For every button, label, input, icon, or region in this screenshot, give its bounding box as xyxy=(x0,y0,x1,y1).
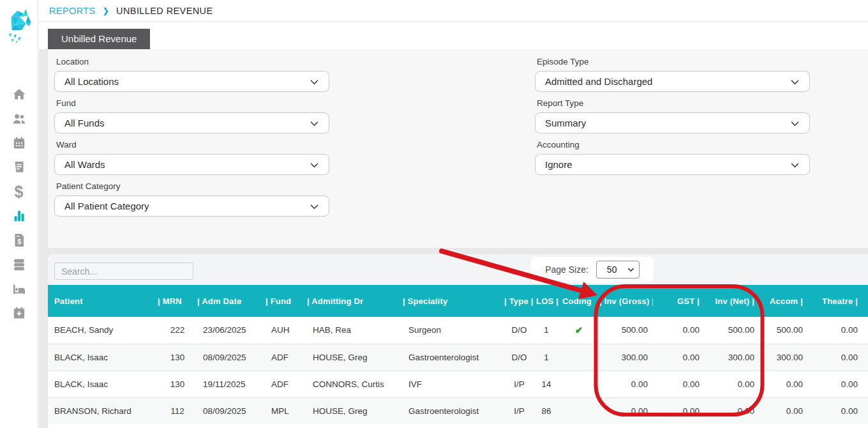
cell-gst: 0.00 xyxy=(653,317,705,344)
patient-category-select[interactable]: All Patient Category xyxy=(54,195,329,217)
database-icon[interactable] xyxy=(11,257,27,272)
cell-patient: BRANSON, Richard xyxy=(48,397,158,424)
col-mrn-header[interactable]: | MRN xyxy=(158,285,197,317)
ward-label: Ward xyxy=(56,140,329,149)
coding-check-icon: ✔ xyxy=(575,325,583,335)
patient-category-label: Patient Category xyxy=(56,181,329,191)
cell-mrn: 130 xyxy=(158,371,197,397)
cell-spacer xyxy=(863,317,868,344)
search-input[interactable] xyxy=(54,263,193,280)
cell-type: D/O xyxy=(504,344,534,371)
cell-fund: AUH xyxy=(266,317,307,344)
chevron-down-icon xyxy=(791,160,799,168)
page-size-select[interactable]: 50 xyxy=(596,261,640,279)
col-type-header[interactable]: | Type | xyxy=(504,285,534,317)
cell-los: 86 xyxy=(534,397,558,424)
receipt-icon[interactable] xyxy=(11,160,27,175)
col-coding-header[interactable]: Coding xyxy=(558,285,599,317)
col-fund-header[interactable]: | Fund xyxy=(266,285,307,317)
cell-coding xyxy=(558,397,599,424)
home-icon[interactable] xyxy=(11,87,27,102)
cell-los: 1 xyxy=(534,344,558,371)
breadcrumb-current-page: UNBILLED REVENUE xyxy=(116,6,213,16)
dollar-icon[interactable]: $ xyxy=(11,184,27,199)
table-row[interactable]: BEACH, Sandy22223/06/2025AUHHAB, ReaSurg… xyxy=(48,317,868,344)
cell-coding: ✔ xyxy=(558,317,599,344)
cell-mrn: 112 xyxy=(158,397,197,424)
invoice-dollar-icon[interactable]: $ xyxy=(11,233,27,248)
cell-type: I/P xyxy=(504,397,534,424)
cell-mrn: 130 xyxy=(158,344,197,371)
cell-inv-net: 300.00 xyxy=(705,344,760,371)
cell-adm-date: 08/09/2025 xyxy=(197,344,266,371)
content-area: Unbilled Revenue Location All Locations … xyxy=(39,22,868,428)
col-patient-header[interactable]: Patient xyxy=(48,285,158,317)
col-gst-header[interactable]: GST | xyxy=(653,285,705,317)
cell-speciality: IVF xyxy=(403,371,504,397)
users-icon[interactable] xyxy=(11,111,27,126)
table-body: BEACH, Sandy22223/06/2025AUHHAB, ReaSurg… xyxy=(48,317,868,424)
cell-adm-date: 08/09/2025 xyxy=(197,397,266,424)
cell-accom: 500.00 xyxy=(760,317,808,344)
accounting-select[interactable]: Ignore xyxy=(535,154,810,175)
table-row[interactable]: BRANSON, Richard11208/09/2025MPLHOUSE, G… xyxy=(48,397,868,424)
report-type-label: Report Type xyxy=(537,98,810,108)
breadcrumb-reports-link[interactable]: REPORTS xyxy=(49,6,96,16)
cell-spacer xyxy=(863,397,868,424)
tab-row: Unbilled Revenue xyxy=(39,22,868,49)
cell-coding xyxy=(558,344,599,371)
chevron-down-icon xyxy=(310,77,318,85)
app-logo-dog-icon[interactable] xyxy=(6,9,33,43)
report-type-select[interactable]: Summary xyxy=(535,112,810,134)
cell-fund: ADF xyxy=(266,371,307,397)
fund-select[interactable]: All Funds xyxy=(54,112,329,134)
page-size-control: Page Size: 50 xyxy=(531,257,654,282)
fund-value: All Funds xyxy=(64,118,105,128)
cell-admitting-dr: HOUSE, Greg xyxy=(307,397,403,424)
location-label: Location xyxy=(56,57,329,66)
cell-gst: 0.00 xyxy=(653,344,705,371)
col-spacer-header[interactable] xyxy=(863,285,868,317)
episode-type-select[interactable]: Admitted and Discharged xyxy=(535,71,810,92)
tab-unbilled-revenue[interactable]: Unbilled Revenue xyxy=(48,29,150,49)
cell-los: 14 xyxy=(534,371,558,397)
location-select[interactable]: All Locations xyxy=(54,71,329,92)
cell-speciality: Gastroenterologist xyxy=(403,397,504,424)
col-speciality-header[interactable]: | Speciality xyxy=(403,285,504,317)
filter-column-right: Episode Type Admitted and Discharged Rep… xyxy=(535,57,810,181)
col-los-header[interactable]: LOS | xyxy=(534,285,558,317)
cell-adm-date: 19/11/2025 xyxy=(197,371,266,397)
col-admitting-dr-header[interactable]: | Admitting Dr xyxy=(307,285,403,317)
col-adm-date-header[interactable]: | Adm Date xyxy=(197,285,266,317)
chevron-down-icon xyxy=(791,118,799,126)
cell-admitting-dr: HOUSE, Greg xyxy=(307,344,403,371)
ward-select[interactable]: All Wards xyxy=(54,154,329,175)
cell-admitting-dr: HAB, Rea xyxy=(307,317,403,344)
cell-inv-net: 500.00 xyxy=(705,317,760,344)
bed-icon[interactable] xyxy=(11,281,27,296)
col-theatre-header[interactable]: Theatre | xyxy=(808,285,863,317)
calendar-plus-icon[interactable] xyxy=(11,305,27,321)
col-accom-header[interactable]: Accom | xyxy=(760,285,808,317)
calendar-icon[interactable] xyxy=(11,135,27,151)
bar-chart-icon[interactable] xyxy=(11,208,27,224)
filter-column-left: Location All Locations Fund All Funds Wa… xyxy=(54,57,329,223)
chevron-down-icon xyxy=(791,77,799,85)
col-inv-gross-header[interactable]: | Inv (Gross) | xyxy=(599,285,653,317)
chevron-down-icon xyxy=(310,160,318,168)
chevron-down-icon xyxy=(627,266,634,272)
cell-inv-gross: 0.00 xyxy=(599,371,653,397)
cell-los: 1 xyxy=(534,317,558,344)
patient-category-value: All Patient Category xyxy=(64,201,149,211)
table-row[interactable]: BLACK, Isaac13019/11/2025ADFCONNORS, Cur… xyxy=(48,371,868,397)
location-value: All Locations xyxy=(64,76,119,87)
table-row[interactable]: BLACK, Isaac13008/09/2025ADFHOUSE, GregG… xyxy=(48,344,868,371)
ward-value: All Wards xyxy=(64,159,105,170)
col-inv-net-header[interactable]: Inv (Net) | xyxy=(705,285,760,317)
svg-text:$: $ xyxy=(17,238,21,245)
page-size-value: 50 xyxy=(607,264,617,275)
cell-fund: MPL xyxy=(266,397,307,424)
cell-speciality: Surgeon xyxy=(403,317,504,344)
top-bar: REPORTS ❯ UNBILLED REVENUE xyxy=(39,0,868,22)
cell-patient: BLACK, Isaac xyxy=(48,344,158,371)
